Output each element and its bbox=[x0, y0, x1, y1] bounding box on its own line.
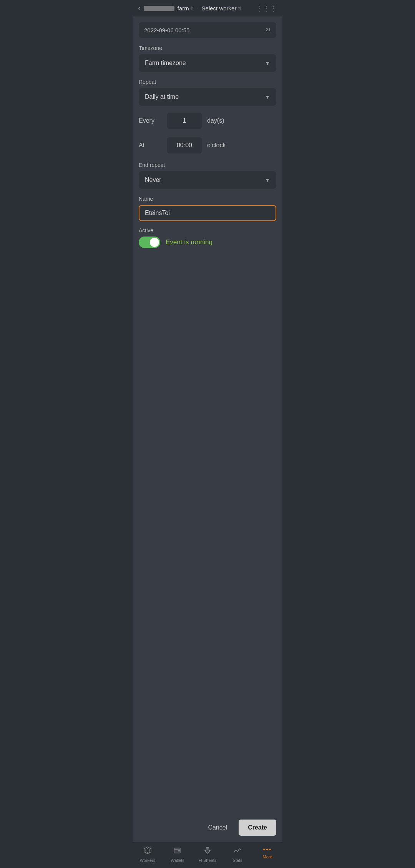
active-toggle[interactable] bbox=[139, 237, 160, 248]
every-label: Every bbox=[139, 117, 162, 124]
workers-icon bbox=[143, 846, 152, 856]
worker-selector[interactable]: Select worker ⇅ bbox=[202, 5, 242, 12]
repeat-chevron-down-icon: ▼ bbox=[265, 94, 270, 100]
date-display: 2022-09-06 00:55 21 bbox=[139, 22, 276, 38]
top-bar: ‹ farm ⇅ · Select worker ⇅ ⋮⋮⋮ bbox=[133, 0, 282, 17]
svg-rect-3 bbox=[178, 850, 180, 851]
svg-marker-1 bbox=[146, 848, 149, 853]
timezone-select[interactable]: Farm timezone ▼ bbox=[139, 54, 276, 72]
at-row: At o'clock bbox=[139, 137, 276, 153]
farm-label: farm bbox=[178, 5, 189, 12]
create-button[interactable]: Create bbox=[239, 820, 276, 836]
repeat-select[interactable]: Daily at time ▼ bbox=[139, 88, 276, 106]
toggle-knob bbox=[150, 238, 159, 247]
nav-item-more[interactable]: ••• More bbox=[256, 846, 279, 863]
name-label: Name bbox=[139, 196, 276, 202]
side-number: 21 bbox=[266, 27, 271, 32]
wallets-icon bbox=[173, 846, 182, 856]
bottom-nav: Workers Wallets Fl Sheets Stats •• bbox=[133, 842, 282, 868]
name-input[interactable] bbox=[145, 210, 270, 217]
active-section: Active Event is running bbox=[139, 227, 276, 248]
end-repeat-value: Never bbox=[145, 177, 161, 183]
separator: · bbox=[197, 5, 199, 12]
stats-icon bbox=[233, 846, 242, 856]
every-unit: day(s) bbox=[207, 117, 224, 124]
nav-item-fl-sheets[interactable]: Fl Sheets bbox=[196, 846, 219, 863]
back-button[interactable]: ‹ bbox=[138, 4, 141, 13]
date-value: 2022-09-06 00:55 bbox=[144, 27, 189, 33]
farm-selector[interactable]: farm ⇅ bbox=[178, 5, 194, 12]
name-section: Name bbox=[139, 196, 276, 221]
event-running-text: Event is running bbox=[166, 238, 212, 246]
nav-item-stats[interactable]: Stats bbox=[226, 846, 249, 863]
more-icon: ••• bbox=[263, 846, 272, 853]
end-repeat-chevron-down-icon: ▼ bbox=[265, 177, 270, 183]
toggle-row: Event is running bbox=[139, 237, 276, 248]
at-unit: o'clock bbox=[207, 142, 226, 149]
end-repeat-label: End repeat bbox=[139, 162, 276, 168]
fl-sheets-icon bbox=[203, 846, 212, 856]
repeat-value: Daily at time bbox=[145, 93, 179, 100]
blurred-title bbox=[144, 6, 174, 11]
end-repeat-select[interactable]: Never ▼ bbox=[139, 171, 276, 189]
fl-sheets-label: Fl Sheets bbox=[199, 858, 216, 863]
active-label: Active bbox=[139, 227, 276, 233]
repeat-label: Repeat bbox=[139, 79, 276, 85]
at-label: At bbox=[139, 142, 162, 149]
workers-label: Workers bbox=[140, 858, 156, 863]
form-content: 2022-09-06 00:55 21 Timezone Farm timezo… bbox=[133, 17, 282, 813]
more-label: More bbox=[262, 855, 272, 859]
cancel-button[interactable]: Cancel bbox=[203, 820, 232, 835]
nav-item-wallets[interactable]: Wallets bbox=[166, 846, 189, 863]
nav-item-workers[interactable]: Workers bbox=[136, 846, 159, 863]
grid-menu-button[interactable]: ⋮⋮⋮ bbox=[256, 4, 277, 13]
wallets-label: Wallets bbox=[171, 858, 184, 863]
every-input[interactable] bbox=[167, 113, 202, 129]
stats-label: Stats bbox=[232, 858, 242, 863]
name-input-wrapper bbox=[139, 205, 276, 221]
worker-chevrons-icon: ⇅ bbox=[238, 6, 241, 11]
timezone-label: Timezone bbox=[139, 45, 276, 51]
timezone-chevron-down-icon: ▼ bbox=[265, 60, 270, 66]
every-row: Every day(s) bbox=[139, 113, 276, 129]
farm-chevrons-icon: ⇅ bbox=[191, 6, 194, 11]
worker-label: Select worker bbox=[202, 5, 237, 12]
at-input[interactable] bbox=[167, 137, 202, 153]
timezone-value: Farm timezone bbox=[145, 60, 186, 67]
bottom-buttons: Cancel Create bbox=[133, 813, 282, 842]
